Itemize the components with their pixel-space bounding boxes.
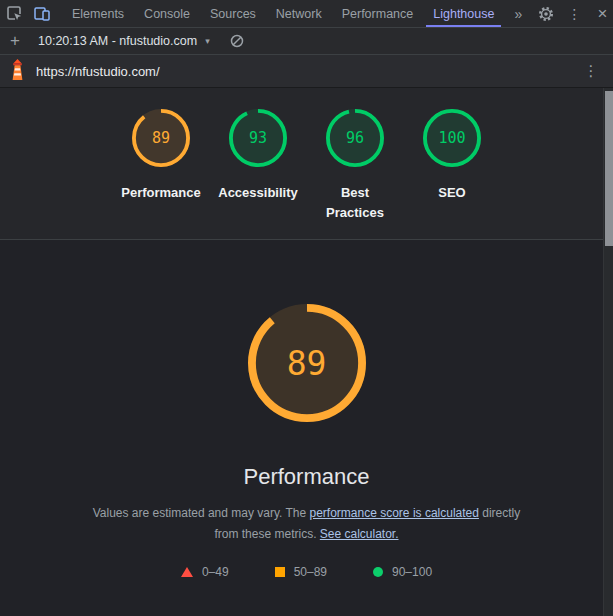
lighthouse-report: 89 Performance 93 Accessibility 96 Best … (0, 88, 613, 616)
legend-item-fail: 0–49 (181, 565, 229, 579)
tab-label: Console (144, 7, 190, 21)
performance-section: 89 Performance Values are estimated and … (0, 240, 613, 616)
device-toolbar-toggle-icon[interactable] (28, 0, 56, 27)
tab-sources[interactable]: Sources (200, 0, 266, 27)
best-practices-score-label: Best Practices (313, 183, 398, 222)
see-calculator-link[interactable]: See calculator. (320, 527, 399, 541)
legend-item-pass: 90–100 (373, 565, 432, 579)
summary-gauge-performance[interactable]: 89 Performance (119, 109, 204, 239)
devtools-tabs: Elements Console Sources Network Perform… (62, 0, 504, 27)
inspect-element-icon[interactable] (0, 0, 28, 27)
report-header-bar: https://nfustudio.com/ ⋮ (0, 55, 613, 88)
score-disclaimer-text: Values are estimated and may vary. The p… (81, 503, 533, 545)
vertical-scrollbar[interactable] (603, 88, 613, 616)
performance-section-title: Performance (244, 464, 370, 490)
tab-label: Network (276, 7, 322, 21)
best-practices-score-gauge: 96 (326, 109, 384, 167)
pass-circle-icon (373, 567, 383, 577)
summary-gauge-accessibility[interactable]: 93 Accessibility (216, 109, 301, 239)
tab-label: Sources (210, 7, 256, 21)
performance-main-gauge: 89 (248, 304, 366, 422)
devtools-toolbar: Elements Console Sources Network Perform… (0, 0, 613, 28)
accessibility-score-gauge: 93 (229, 109, 287, 167)
summary-gauge-best-practices[interactable]: 96 Best Practices (313, 109, 398, 239)
dropdown-caret-icon: ▾ (205, 36, 210, 46)
score-calculation-link[interactable]: performance score is calculated (310, 506, 479, 520)
lighthouse-logo-icon (10, 59, 25, 84)
inspect-cursor-icon (7, 6, 22, 21)
scrollbar-thumb[interactable] (605, 91, 613, 246)
disclaimer-prefix: Values are estimated and may vary. The (93, 506, 310, 520)
seo-score-label: SEO (438, 183, 465, 203)
performance-score-label: Performance (121, 183, 200, 203)
report-url: https://nfustudio.com/ (36, 64, 579, 79)
accessibility-score-label: Accessibility (218, 183, 298, 203)
tab-performance[interactable]: Performance (332, 0, 424, 27)
tab-label: Performance (342, 7, 414, 21)
legend-range: 90–100 (392, 565, 432, 579)
fail-triangle-icon (181, 567, 193, 577)
legend-range: 50–89 (294, 565, 327, 579)
gear-icon (538, 6, 554, 22)
tab-elements[interactable]: Elements (62, 0, 134, 27)
devtools-menu-kebab-icon[interactable]: ⋮ (560, 0, 588, 27)
score-legend: 0–49 50–89 90–100 (181, 565, 432, 579)
clear-reports-icon[interactable] (230, 34, 244, 48)
best-practices-score-value: 96 (326, 109, 384, 167)
devtools-window: Elements Console Sources Network Perform… (0, 0, 613, 616)
report-selector-label: 10:20:13 AM - nfustudio.com (38, 34, 197, 48)
lighthouse-report-toolbar: + 10:20:13 AM - nfustudio.com ▾ (0, 28, 613, 55)
close-devtools-icon[interactable]: × (588, 0, 613, 27)
seo-score-value: 100 (423, 109, 481, 167)
report-selector-dropdown[interactable]: 10:20:13 AM - nfustudio.com ▾ (30, 28, 218, 54)
performance-score-value: 89 (132, 109, 190, 167)
tab-label: Elements (72, 7, 124, 21)
average-square-icon (275, 567, 285, 577)
tab-network[interactable]: Network (266, 0, 332, 27)
tab-label: Lighthouse (433, 7, 494, 21)
score-summary: 89 Performance 93 Accessibility 96 Best … (0, 88, 613, 240)
more-tabs-icon[interactable]: » (504, 0, 532, 27)
report-menu-kebab-icon[interactable]: ⋮ (579, 62, 603, 80)
settings-gear-icon[interactable] (532, 0, 560, 27)
legend-range: 0–49 (202, 565, 229, 579)
legend-item-average: 50–89 (275, 565, 327, 579)
tab-lighthouse[interactable]: Lighthouse (423, 0, 504, 27)
accessibility-score-value: 93 (229, 109, 287, 167)
summary-gauge-seo[interactable]: 100 SEO (410, 109, 495, 239)
performance-main-score-value: 89 (248, 304, 366, 422)
tab-console[interactable]: Console (134, 0, 200, 27)
seo-score-gauge: 100 (423, 109, 481, 167)
device-icon (34, 7, 50, 21)
block-icon (230, 34, 244, 48)
performance-score-gauge: 89 (132, 109, 190, 167)
new-report-plus-icon[interactable]: + (0, 31, 30, 51)
